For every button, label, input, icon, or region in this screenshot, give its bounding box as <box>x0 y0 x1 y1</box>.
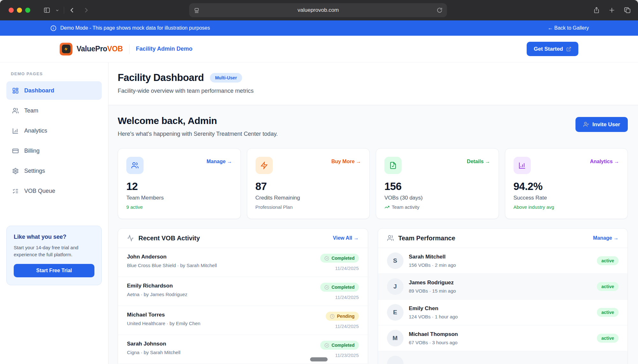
reload-icon[interactable] <box>437 7 442 13</box>
check-circle-icon <box>324 285 329 290</box>
tab-overview-icon[interactable] <box>624 7 631 14</box>
brand-logo <box>60 43 72 55</box>
activity-row[interactable]: Sarah Johnson Cigna · by Sarah Mitchell … <box>118 335 368 364</box>
close-window-button[interactable] <box>9 8 14 13</box>
dashboard-grid-icon <box>12 87 19 94</box>
team-member-row[interactable]: S Sarah Mitchell 156 VOBs · 2 min ago ac… <box>378 248 628 274</box>
details-link[interactable]: Details → <box>467 159 490 164</box>
stat-label: Credits Remaining <box>256 195 361 201</box>
page-header: Facility Dashboard Multi-User Facility-w… <box>108 62 638 105</box>
sidebar-item-dashboard[interactable]: Dashboard <box>6 81 102 100</box>
status-badge: Completed <box>320 283 359 292</box>
activity-detail: Cigna · by Sarah Mitchell <box>127 350 181 355</box>
chevron-down-icon[interactable] <box>55 8 59 12</box>
welcome-subtitle: Here's what's happening with Serenity Tr… <box>118 131 278 137</box>
member-detail: 67 VOBs · 3 hours ago <box>409 340 458 345</box>
address-bar[interactable]: valueprovob.com <box>189 3 447 17</box>
activity-date: 11/24/2025 <box>335 295 359 300</box>
get-started-button[interactable]: Get Started <box>527 42 578 56</box>
activity-date: 11/24/2025 <box>335 266 359 271</box>
share-icon[interactable] <box>593 6 600 14</box>
avatar: M <box>387 330 404 346</box>
sidebar-item-label: Settings <box>24 168 45 174</box>
avatar: E <box>387 304 404 321</box>
activity-row[interactable]: Michael Torres United Healthcare · by Em… <box>118 306 368 335</box>
trial-promo-card: Like what you see? Start your 14-day fre… <box>6 226 102 285</box>
sidebar-item-label: VOB Queue <box>24 188 55 194</box>
recent-vob-activity-panel: Recent VOB Activity View All → John Ande… <box>118 228 368 364</box>
stat-value: 12 <box>126 180 232 193</box>
sidebar-item-vob-queue[interactable]: VOB Queue <box>6 182 102 200</box>
manage-team-link[interactable]: Manage → <box>593 235 619 241</box>
stat-value: 156 <box>384 180 490 193</box>
active-status-badge: active <box>597 282 619 291</box>
header-divider <box>129 44 130 54</box>
sidebar: DEMO PAGES Dashboard Team Analytics <box>0 62 108 364</box>
scrollbar-thumb[interactable] <box>310 357 328 361</box>
demo-mode-banner: Demo Mode - This page shows mock data fo… <box>0 20 638 36</box>
status-label: Completed <box>331 256 354 261</box>
team-performance-panel: Team Performance Manage → S Sarah Mitche… <box>378 228 628 364</box>
page-title: Facility Dashboard <box>118 72 204 84</box>
status-label: Completed <box>331 285 354 290</box>
member-name: James Rodriguez <box>409 280 456 286</box>
browser-window: valueprovob.com Demo Mode - This page sh… <box>0 0 638 364</box>
main-area: Facility Dashboard Multi-User Facility-w… <box>108 62 638 364</box>
activity-row[interactable]: Emily Richardson Aetna · by James Rodrig… <box>118 277 368 306</box>
stat-card-team-members: Manage → 12 Team Members 9 active <box>118 148 241 219</box>
bar-chart-icon <box>12 127 19 134</box>
manage-link[interactable]: Manage → <box>206 159 232 164</box>
stat-sub: 9 active <box>126 204 232 210</box>
stat-sub: Professional Plan <box>256 204 361 210</box>
start-free-trial-button[interactable]: Start Free Trial <box>14 264 94 277</box>
sidebar-section-label: DEMO PAGES <box>11 71 102 76</box>
back-to-gallery-link[interactable]: ← Back to Gallery <box>548 25 589 31</box>
check-circle-icon <box>324 343 329 348</box>
activity-detail: Blue Cross Blue Shield · by Sarah Mitche… <box>127 263 217 268</box>
sidebar-item-settings[interactable]: Settings <box>6 162 102 180</box>
status-badge: Completed <box>320 254 359 263</box>
sidebar-toggle-icon[interactable] <box>43 7 51 14</box>
promo-title: Like what you see? <box>14 234 94 240</box>
welcome-title: Welcome back, Admin <box>118 115 278 126</box>
page-subtitle: Facility-wide overview with team perform… <box>118 88 628 94</box>
back-button[interactable] <box>69 7 76 14</box>
status-label: Completed <box>331 343 354 348</box>
activity-detail: Aetna · by James Rodriguez <box>127 292 187 297</box>
forward-button[interactable] <box>83 7 90 14</box>
team-member-row[interactable]: M Michael Thompson 67 VOBs · 3 hours ago… <box>378 325 628 351</box>
patient-name: Emily Richardson <box>127 283 187 289</box>
buy-more-link[interactable]: Buy More → <box>331 159 361 164</box>
minimize-window-button[interactable] <box>17 8 22 13</box>
bolt-logo-icon <box>62 45 70 53</box>
stat-label: VOBs (30 days) <box>384 195 490 201</box>
reader-icon[interactable] <box>194 7 200 13</box>
analytics-link[interactable]: Analytics → <box>590 159 619 164</box>
new-tab-icon[interactable] <box>608 7 615 14</box>
sidebar-item-team[interactable]: Team <box>6 101 102 120</box>
brand-accent: VOB <box>107 45 123 53</box>
sidebar-item-billing[interactable]: Billing <box>6 142 102 160</box>
active-status-badge: active <box>597 334 619 343</box>
stat-card-vobs: Details → 156 VOBs (30 days) Team activi… <box>376 148 499 219</box>
sidebar-item-label: Analytics <box>24 127 47 134</box>
activity-row[interactable]: John Anderson Blue Cross Blue Shield · b… <box>118 248 368 277</box>
stat-card-credits: Buy More → 87 Credits Remaining Professi… <box>247 148 370 219</box>
sidebar-item-analytics[interactable]: Analytics <box>6 121 102 140</box>
status-badge: Pending <box>326 312 359 321</box>
team-member-row[interactable]: E Emily Chen 124 VOBs · 1 hour ago activ… <box>378 300 628 325</box>
toolbar-divider <box>64 7 64 14</box>
zoom-window-button[interactable] <box>25 8 30 13</box>
team-member-row[interactable]: J James Rodriguez 89 VOBs · 15 min ago a… <box>378 274 628 300</box>
users-icon <box>126 157 144 174</box>
member-name: Sarah Mitchell <box>409 254 456 260</box>
list-checks-icon <box>12 188 19 194</box>
avatar: J <box>387 278 404 295</box>
invite-user-button[interactable]: Invite User <box>575 117 628 132</box>
avatar <box>387 356 404 364</box>
sidebar-item-label: Dashboard <box>24 87 54 94</box>
view-all-link[interactable]: View All → <box>333 235 359 241</box>
stat-label: Success Rate <box>514 195 619 201</box>
gear-icon <box>12 168 19 174</box>
brand-primary: ValuePro <box>77 45 107 53</box>
